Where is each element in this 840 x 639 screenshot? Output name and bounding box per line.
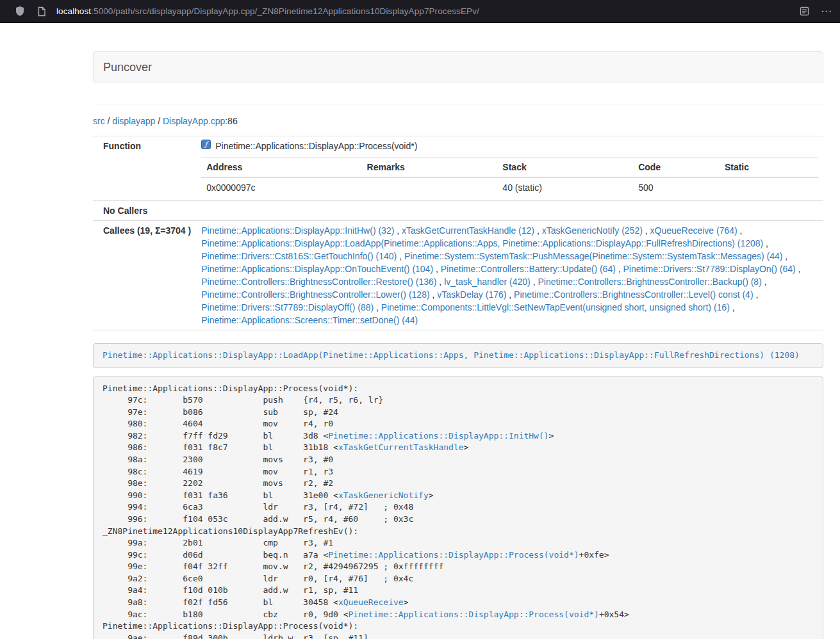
callee-link[interactable]: Pinetime::Applications::Screens::Timer::… [201,315,418,325]
callee-link[interactable]: Pinetime::Controllers::Battery::Update()… [441,264,616,274]
highlighted-symbol: Pinetime::Applications::DisplayApp::Load… [93,343,823,368]
breadcrumb-link[interactable]: src [93,116,105,126]
url-host: localhost [56,6,91,16]
assembly-symbol-link[interactable]: Pinetime::Applications::DisplayApp::Proc… [328,550,579,560]
callee-link[interactable]: Pinetime::Applications::DisplayApp::Load… [201,238,763,248]
callee-link[interactable]: Pinetime::Components::LittleVgl::SetNewT… [381,302,730,312]
assembly-symbol-link[interactable]: xTaskGenericNotify [338,490,429,500]
breadcrumb-link[interactable]: DisplayApp.cpp [163,116,225,126]
page-container: Puncover src / displayapp / DisplayApp.c… [93,51,823,639]
function-name-line: ƒ Pinetime::Applications::DisplayApp::Pr… [201,140,818,155]
callee-link[interactable]: Pinetime::Controllers::BrightnessControl… [201,277,436,287]
callees-label: Callees (19, Σ=3704 ) [93,221,196,330]
callee-link[interactable]: Pinetime::Drivers::Cst816S::GetTouchInfo… [201,251,397,261]
browser-toolbar: localhost:5000/path/src/displayapp/Displ… [0,0,840,23]
addr-table-value-row: 0x0000097c40 (static)500 [201,177,818,197]
callees-row: Callees (19, Σ=3704 ) Pinetime::Applicat… [93,221,823,330]
callee-link[interactable]: Pinetime::Controllers::BrightnessControl… [514,289,753,300]
highlighted-symbol-link[interactable]: Pinetime::Applications::DisplayApp::Load… [103,350,800,360]
callee-link[interactable]: Pinetime::Drivers::St7789::DisplayOn() (… [623,264,796,274]
callees-cell: Pinetime::Applications::DisplayApp::Init… [196,221,823,330]
url-bar[interactable]: localhost:5000/path/src/displayapp/Displ… [56,6,790,16]
callee-link[interactable]: Pinetime::System::SystemTask::PushMessag… [404,251,783,261]
assembly-symbol-link[interactable]: xQueueReceive [338,597,404,607]
addr-column-header: Stack [497,158,633,178]
url-path: :5000/path/src/displayapp/DisplayApp.cpp… [91,6,479,16]
function-name: Pinetime::Applications::DisplayApp::Proc… [215,140,417,152]
callee-link[interactable]: Pinetime::Controllers::BrightnessControl… [201,289,429,300]
addr-column-header: Address [201,158,361,178]
addr-cell: 40 (static) [497,177,633,197]
function-table: Function ƒ Pinetime::Applications::Displ… [93,136,823,330]
addr-cell [720,177,818,197]
callee-link[interactable]: xQueueReceive (764) [650,225,737,236]
function-row: Function ƒ Pinetime::Applications::Displ… [93,136,823,201]
callee-link[interactable]: Pinetime::Applications::DisplayApp::Init… [201,225,394,236]
divider [93,104,823,104]
addr-column-header: Remarks [362,158,498,178]
no-callers-row: No Callers [93,201,823,221]
app-navbar: Puncover [93,51,823,83]
addr-column-header: Code [633,158,720,178]
addr-cell [362,177,498,197]
assembly-symbol-link[interactable]: Pinetime::Applications::DisplayApp::Proc… [349,610,599,619]
callee-link[interactable]: vTaskDelay (176) [437,289,506,300]
function-label: Function [93,136,196,201]
reader-mode-icon[interactable] [798,5,811,18]
breadcrumb: src / displayapp / DisplayApp.cpp:86 [93,115,823,127]
assembly-symbol-link[interactable]: Pinetime::Applications::DisplayApp::Init… [328,431,548,441]
addr-table-header-row: AddressRemarksStackCodeStatic [201,158,818,178]
disassembly: Pinetime::Applications::DisplayApp::Proc… [93,376,823,639]
address-table: AddressRemarksStackCodeStatic 0x0000097c… [201,157,818,197]
callee-link[interactable]: xTaskGenericNotify (252) [542,225,643,236]
callee-link[interactable]: lv_task_handler (420) [444,277,531,287]
app-brand[interactable]: Puncover [94,61,161,74]
callee-link[interactable]: Pinetime::Controllers::BrightnessControl… [538,277,761,287]
breadcrumb-link[interactable]: displayapp [112,116,155,126]
callee-link[interactable]: Pinetime::Drivers::St7789::DisplayOff() … [201,302,374,312]
assembly-symbol-link[interactable]: xTaskGetCurrentTaskHandle [338,442,464,452]
no-callers-label: No Callers [93,201,196,221]
addr-cell: 0x0000097c [201,177,361,197]
menu-icon[interactable]: ⋯ [811,6,840,17]
callee-link[interactable]: Pinetime::Applications::DisplayApp::OnTo… [201,264,433,274]
function-icon: ƒ [201,140,211,152]
page-icon[interactable] [35,5,48,18]
shield-icon[interactable] [13,5,26,18]
addr-cell: 500 [633,177,720,197]
addr-column-header: Static [720,158,818,178]
assembly-code: Pinetime::Applications::DisplayApp::Proc… [103,384,629,639]
callee-link[interactable]: xTaskGetCurrentTaskHandle (12) [402,225,534,236]
